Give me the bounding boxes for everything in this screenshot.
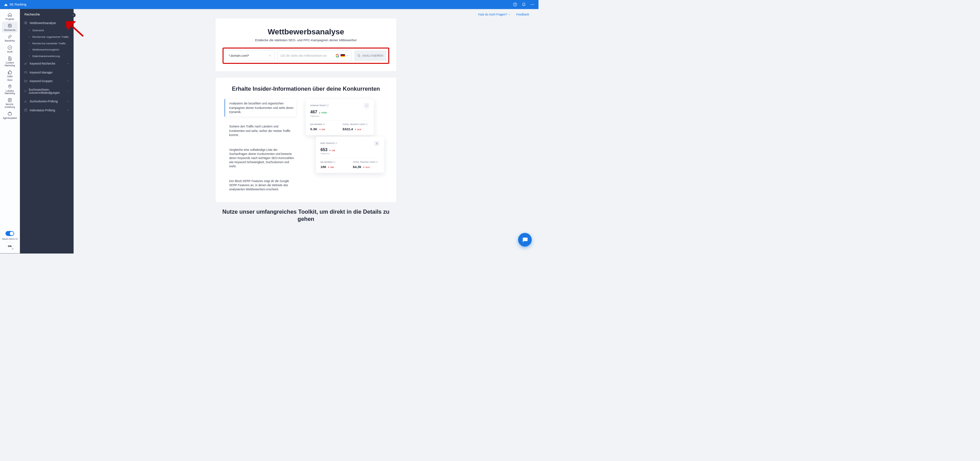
dollar-icon: $ [374,141,379,146]
more-icon[interactable] [530,2,535,7]
sidebar-group-index[interactable]: Indexstatus-Prüfung [20,106,73,114]
svg-rect-20 [340,55,345,56]
rail-item-doc[interactable]: Content Marketing [2,54,18,68]
svg-point-13 [25,22,26,23]
info-bullet[interactable]: Sortiere den Traffic nach Ländern und Ko… [224,122,296,140]
feedback-link[interactable]: Feedback [516,13,529,16]
rail-label: Agenturpaket [3,117,17,120]
page-subtitle: Entdecke die stärksten SEO- und PPC-Kamp… [223,38,389,42]
svg-point-16 [24,90,26,92]
home-icon [7,12,13,17]
brand-logo[interactable]: SE Ranking [4,2,27,6]
bullet-icon [29,43,30,44]
case-icon [7,111,13,116]
svg-point-2 [531,4,531,5]
bullet-icon [29,49,30,50]
svg-rect-5 [8,24,11,27]
rail-item-pin[interactable]: Lokales Marketing [2,82,18,96]
sidebar-group-bars[interactable]: Suchvolumen-Prüfung [20,97,73,105]
sidebar-group-auto[interactable]: Suchmaschinen-Autovervollständigungen [20,85,73,97]
info-bullet[interactable]: Analysiere die bezahlten und organischen… [224,99,296,117]
info-bullet[interactable]: Vergleiche eine vollständige Liste der S… [224,145,296,171]
sidebar-group-kbd[interactable]: Keyword Manager [20,68,73,77]
help-icon[interactable] [513,2,517,7]
sidebar-item[interactable]: Recherche bezahlter Traffic [20,40,73,46]
faq-link[interactable]: Hast du noch Fragen? [478,13,511,16]
folder-icon [24,79,27,83]
kbd-icon [24,71,27,74]
svg-point-22 [358,54,360,56]
sidebar-item[interactable]: Recherche organischer Traffic [20,34,73,40]
preview-card-organic: DOMAIN TRUST✧ 46742351 Clicks/mo KEYWORD… [306,99,374,135]
sidebar-item-label: Übersicht [32,29,44,32]
rail-label: Lokales Marketing [2,89,18,95]
chevron-down-icon [66,62,69,65]
main-content: Hast du noch Fragen? Feedback Wettbewerb… [73,9,538,238]
sidebar-group-target[interactable]: Wettbewerbsanalyse [20,19,73,27]
domain-mode-select[interactable]: *.domain.com/* [226,51,275,61]
rail-item-check[interactable]: Audit [2,43,18,54]
rail-item-case[interactable]: Agenturpaket [2,109,18,120]
svg-point-14 [24,63,25,65]
thumb-icon [7,70,13,74]
chat-fab[interactable] [518,233,532,247]
bullet-icon [29,30,30,30]
key-icon [24,62,27,65]
bell-icon[interactable] [522,2,526,7]
bullet-icon [29,36,30,37]
sidebar-item[interactable]: Übersicht [20,27,73,34]
rail-item-search[interactable]: Recherche [2,22,18,33]
search-row-highlight: *.domain.com/* ANALYSIEREN [223,48,389,63]
auto-icon [24,89,27,93]
bullet-icon [29,55,30,56]
sidebar-item-label: Wettbewerbsvergleich [32,48,59,52]
doc-icon [7,56,13,61]
beta-badge: Beta [6,79,13,81]
ui-toggle[interactable] [5,231,14,236]
sidebar-item[interactable]: Wettbewerbsvergleich [20,46,73,53]
search-icon [7,23,13,28]
rail-label: SMM [7,75,13,78]
rail-item-thumb[interactable]: SMMBeta [2,68,18,82]
chevron-down-icon [66,109,69,112]
info-card: Erhalte Insider-Informationen über deine… [215,77,397,203]
sidebar-collapse[interactable] [71,13,76,17]
rail-label: Projekte [5,18,14,21]
hero-card: Wettbewerbsanalyse Entdecke die stärkste… [215,18,397,72]
chevron-down-icon [67,90,69,93]
info-title: Erhalte Insider-Informationen über deine… [224,86,388,92]
chevron-down-icon [66,100,69,103]
chat-icon [522,237,528,243]
sidebar-item[interactable]: Datenbankerweiterung [20,53,73,59]
info-bullet[interactable]: Der Block SERP Features zeigt dir die Go… [224,176,296,194]
rail-item-home[interactable]: Projekte [2,11,18,22]
search-engine-select[interactable] [333,54,349,58]
sidebar-item-label: Recherche organischer Traffic [32,35,69,38]
sidebar-group-key[interactable]: Keyword-Recherche [20,59,73,68]
nav-rail: ProjekteRechercheBacklinksAuditContent M… [0,9,20,253]
page-title: Wettbewerbsanalyse [223,27,389,36]
sidebar-title: Recherche [20,13,73,19]
sidebar-group-folder[interactable]: Keyword-Gruppen [20,77,73,85]
sidebar-group-label: Keyword Manager [30,71,52,74]
search-icon [357,54,361,57]
analyze-button[interactable]: ANALYSIEREN [354,51,386,61]
compass-icon: ✧ [364,103,369,108]
report-icon [7,98,13,103]
rail-item-link[interactable]: Backlinks [2,33,18,44]
metrics-preview: DOMAIN TRUST✧ 46742351 Clicks/mo KEYWORD… [306,99,387,194]
rail-label: Recherche [4,29,16,32]
svg-point-6 [9,25,10,26]
sidebar-group-label: Suchmaschinen-Autovervollständigungen [29,88,65,95]
info-bullets: Analysiere die bezahlten und organischen… [224,99,296,194]
svg-point-3 [532,4,533,5]
competitor-input-wrap [277,51,352,61]
da-widget[interactable]: DA [6,242,13,250]
chevron-up-icon [66,22,69,24]
rail-item-report[interactable]: Bericht-erstellung [2,96,18,109]
sidebar-item-label: Datenbankerweiterung [32,54,60,58]
competitor-input[interactable] [280,54,331,57]
rail-label: Backlinks [5,40,15,42]
sidebar-group-label: Suchvolumen-Prüfung [30,100,58,103]
check-icon [7,45,13,50]
